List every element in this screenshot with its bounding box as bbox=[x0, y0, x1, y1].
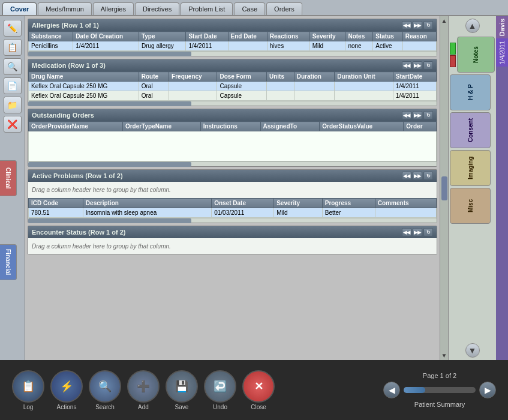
cell-onset-date: 01/03/2011 bbox=[212, 208, 274, 218]
scroll-up-arrow[interactable]: ▲ bbox=[441, 17, 447, 24]
problems-btn-1[interactable]: ◀◀ bbox=[402, 172, 411, 180]
medication-btn-2[interactable]: ▶▶ bbox=[413, 61, 422, 70]
problems-scrollbar[interactable] bbox=[28, 218, 437, 223]
scroll-thumb[interactable] bbox=[441, 176, 447, 200]
close-button[interactable]: ✕ Close bbox=[242, 370, 275, 410]
sidebar-icon-1[interactable]: ✏️ bbox=[4, 20, 22, 37]
cell-frequency bbox=[169, 82, 217, 91]
cell-severity: Mild bbox=[309, 41, 345, 51]
log-button[interactable]: 📋 Log bbox=[12, 370, 44, 410]
cell-reactions: hives bbox=[267, 41, 309, 51]
encounter-title: Encounter Status (Row 1 of 2) bbox=[32, 229, 125, 236]
tab-financial[interactable]: Financial bbox=[0, 244, 17, 280]
tab-consent[interactable]: Consent bbox=[450, 112, 491, 148]
order-col-type: OrderTypeName bbox=[122, 122, 200, 131]
table-row[interactable]: Keflex Oral Capsule 250 MG Oral Capsule … bbox=[29, 91, 437, 101]
orders-scrollbar[interactable] bbox=[28, 161, 437, 166]
medication-scrollbar[interactable] bbox=[28, 101, 437, 106]
col-reactions: Reactions bbox=[267, 32, 309, 41]
med-col-frequency: Frequency bbox=[169, 72, 217, 82]
undo-button[interactable]: ↩️ Undo bbox=[204, 370, 236, 410]
tab-clinical[interactable]: Clinical bbox=[0, 160, 17, 196]
tab-cover[interactable]: Cover bbox=[2, 2, 37, 15]
table-row bbox=[29, 131, 437, 161]
orders-btn-1[interactable]: ◀◀ bbox=[402, 111, 411, 119]
tab-problem-list[interactable]: Problem List bbox=[181, 2, 233, 15]
sidebar-icon-6[interactable]: ❌ bbox=[4, 116, 22, 133]
orders-refresh[interactable]: ↻ bbox=[423, 111, 433, 119]
tab-imaging[interactable]: Imaging bbox=[450, 150, 491, 186]
encounter-panel: Encounter Status (Row 1 of 2) ◀◀ ▶▶ ↻ Dr… bbox=[28, 226, 437, 255]
sidebar-icon-5[interactable]: 📁 bbox=[4, 97, 22, 113]
tab-hp[interactable]: H & P bbox=[450, 74, 491, 110]
tab-allergies[interactable]: Allergies bbox=[93, 2, 134, 15]
right-sidebar: ▲ Notes H & P Consent Imaging Misc ▼ bbox=[448, 16, 496, 360]
orders-table: OrderProviderName OrderTypeName Instruct… bbox=[28, 121, 437, 161]
tab-misc[interactable]: Misc bbox=[450, 188, 491, 224]
right-nav-down[interactable]: ▼ bbox=[465, 343, 480, 358]
table-row[interactable]: Keflex Oral Capsule 250 MG Oral Capsule … bbox=[29, 82, 437, 91]
cell-drug-name: Keflex Oral Capsule 250 MG bbox=[29, 82, 139, 91]
cell-reason bbox=[402, 41, 436, 51]
problems-title: Active Problems (Row 1 of 2) bbox=[32, 172, 123, 179]
notes-red-indicator bbox=[450, 55, 456, 67]
nav-prev[interactable]: ◀ bbox=[383, 382, 400, 398]
allergies-btn-1[interactable]: ◀◀ bbox=[402, 21, 411, 29]
actions-button[interactable]: ⚡ Actions bbox=[50, 370, 83, 410]
content-scrollbar[interactable]: ▲ ▼ bbox=[440, 16, 448, 360]
table-row[interactable]: Penicillins 1/4/2011 Drug allergy 1/4/20… bbox=[29, 41, 437, 51]
orders-btn-2[interactable]: ▶▶ bbox=[413, 111, 422, 119]
orders-controls: ◀◀ ▶▶ ↻ bbox=[402, 111, 433, 119]
medication-btn-1[interactable]: ◀◀ bbox=[402, 61, 411, 70]
table-row[interactable]: 780.51 Insomnia with sleep apnea 01/03/2… bbox=[29, 208, 437, 218]
order-col-status: OrderStatusValue bbox=[320, 122, 404, 131]
patient-date: 1/4/2011 bbox=[496, 38, 508, 67]
patient-info-bar: Davis 1/4/2011 bbox=[496, 16, 508, 360]
problems-header: Active Problems (Row 1 of 2) ◀◀ ▶▶ ↻ bbox=[28, 170, 437, 182]
tab-case[interactable]: Case bbox=[234, 2, 265, 15]
scroll-down-arrow[interactable]: ▼ bbox=[441, 352, 447, 359]
sidebar-icon-3[interactable]: 🔍 bbox=[4, 58, 22, 75]
top-tab-bar: Cover Meds/Immun Allergies Directives Pr… bbox=[0, 0, 508, 16]
cell-start-date: 1/4/2011 bbox=[186, 41, 228, 51]
allergies-refresh[interactable]: ↻ bbox=[423, 21, 433, 29]
tab-notes[interactable]: Notes bbox=[457, 37, 495, 73]
cell-dose-form: Capsule bbox=[217, 82, 267, 91]
cell-severity: Mild bbox=[274, 208, 323, 218]
nav-next[interactable]: ▶ bbox=[479, 382, 496, 398]
encounter-btn-1[interactable]: ◀◀ bbox=[402, 228, 411, 236]
tab-orders[interactable]: Orders bbox=[266, 2, 302, 15]
tab-directives[interactable]: Directives bbox=[135, 2, 179, 15]
problems-btn-2[interactable]: ▶▶ bbox=[413, 172, 422, 180]
search-button[interactable]: 🔍 Search bbox=[89, 370, 121, 410]
allergies-panel: Allergies (Row 1 of 1) ◀◀ ▶▶ ↻ Substance… bbox=[28, 19, 437, 56]
prob-col-severity: Severity bbox=[274, 199, 323, 208]
problems-drag-placeholder: Drag a column header here to group by th… bbox=[28, 182, 437, 198]
right-nav-up[interactable]: ▲ bbox=[465, 19, 480, 33]
encounter-header: Encounter Status (Row 1 of 2) ◀◀ ▶▶ ↻ bbox=[28, 226, 437, 238]
encounter-btn-2[interactable]: ▶▶ bbox=[413, 228, 422, 236]
allergies-scrollbar[interactable] bbox=[28, 51, 437, 56]
sidebar-icon-2[interactable]: 📋 bbox=[4, 39, 22, 56]
encounter-refresh[interactable]: ↻ bbox=[423, 228, 433, 236]
save-icon: 💾 bbox=[166, 370, 198, 403]
sidebar-icon-4[interactable]: 📄 bbox=[4, 77, 22, 94]
cell-date-creation: 1/4/2011 bbox=[73, 41, 139, 51]
right-sidebar-bottom-arrow[interactable]: ▼ bbox=[449, 341, 496, 360]
medication-table: Drug Name Route Frequency Dose Form Unit… bbox=[28, 71, 437, 101]
save-button[interactable]: 💾 Save bbox=[166, 370, 198, 410]
close-label: Close bbox=[251, 404, 266, 410]
col-notes: Notes bbox=[345, 32, 373, 41]
notes-green-indicator bbox=[450, 43, 456, 55]
allergies-btn-2[interactable]: ▶▶ bbox=[413, 21, 422, 29]
tab-meds-immun[interactable]: Meds/Immun bbox=[38, 2, 92, 15]
right-sidebar-top-arrow[interactable]: ▲ bbox=[449, 16, 496, 35]
medication-refresh[interactable]: ↻ bbox=[423, 61, 433, 70]
cell-progress: Better bbox=[322, 208, 375, 218]
problems-refresh[interactable]: ↻ bbox=[423, 172, 433, 180]
cell-duration bbox=[294, 91, 335, 101]
add-button[interactable]: ➕ Add bbox=[127, 370, 160, 410]
progress-bar[interactable] bbox=[404, 387, 476, 393]
undo-icon: ↩️ bbox=[204, 370, 236, 403]
order-col-instructions: Instructions bbox=[200, 122, 260, 131]
